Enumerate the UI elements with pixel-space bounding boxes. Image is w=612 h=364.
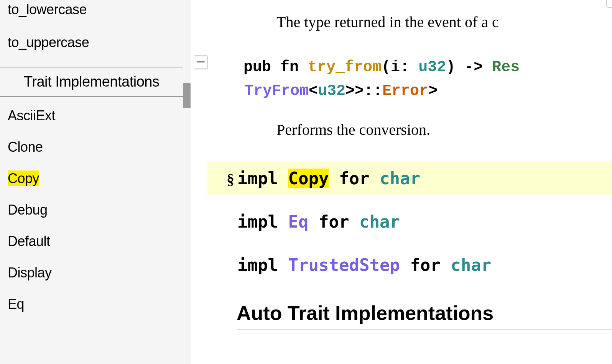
sidebar-trait-asciiext[interactable]: AsciiExt [0,106,183,125]
type-char[interactable]: char [380,169,420,188]
sidebar: to_lowercase to_uppercase Trait Implemen… [0,0,183,364]
section-link-icon[interactable]: § [227,170,237,188]
type-u32-2[interactable]: u32 [318,82,345,100]
sidebar-methods-group: to_lowercase to_uppercase [0,0,183,64]
keyword-fn: fn [280,59,299,76]
type-u32[interactable]: u32 [418,59,446,76]
sidebar-trait-copy[interactable]: Copy [0,169,183,188]
method-signature-try-from: − pub fn try_from(i: u32) -> Res TryFrom… [227,56,612,103]
type-char-3[interactable]: char [451,255,491,275]
collapse-toggle-icon[interactable]: − [194,56,207,69]
type-char-2[interactable]: char [359,212,400,231]
trait-eq[interactable]: Eq [288,212,308,231]
impl-eq-for-char[interactable]: impl Eq for char [227,205,612,238]
method-description: Performs the conversion. [276,121,612,139]
sidebar-trait-eq[interactable]: Eq [0,295,183,314]
sidebar-scrollbar-thumb[interactable] [183,83,191,108]
sidebar-trait-debug[interactable]: Debug [0,200,183,220]
divider-gap [191,0,194,364]
sidebar-scrollbar-track[interactable] [183,0,191,364]
sidebar-section-trait-implementations[interactable]: Trait Implementations [0,67,183,97]
sidebar-trait-display[interactable]: Display [0,263,183,282]
fn-name-try-from[interactable]: try_from [308,59,382,76]
corner-widget[interactable] [606,0,612,8]
trait-trustedstep[interactable]: TrustedStep [288,255,400,275]
trait-copy[interactable]: Copy [288,169,329,188]
main-content: The type returned in the event of a c − … [194,0,612,364]
type-result[interactable]: Res [492,59,520,76]
sidebar-traits-group: AsciiExt Clone Copy Debug Default Displa… [0,106,183,314]
trait-tryfrom[interactable]: TryFrom [244,82,309,100]
assoc-type-error[interactable]: Error [382,82,428,100]
impl-copy-for-char[interactable]: §impl Copy for char [207,162,612,195]
auto-trait-implementations-heading[interactable]: Auto Trait Implementations [237,302,612,330]
sidebar-trait-clone[interactable]: Clone [0,138,183,157]
app-root: to_lowercase to_uppercase Trait Implemen… [0,0,612,364]
sidebar-method-to-lowercase[interactable]: to_lowercase [0,0,183,19]
sidebar-trait-default[interactable]: Default [0,232,183,251]
type-error-description: The type returned in the event of a c [276,13,612,31]
keyword-pub: pub [243,59,271,76]
sidebar-method-to-uppercase[interactable]: to_uppercase [0,33,183,52]
impl-trustedstep-for-char[interactable]: impl TrustedStep for char [227,248,612,282]
